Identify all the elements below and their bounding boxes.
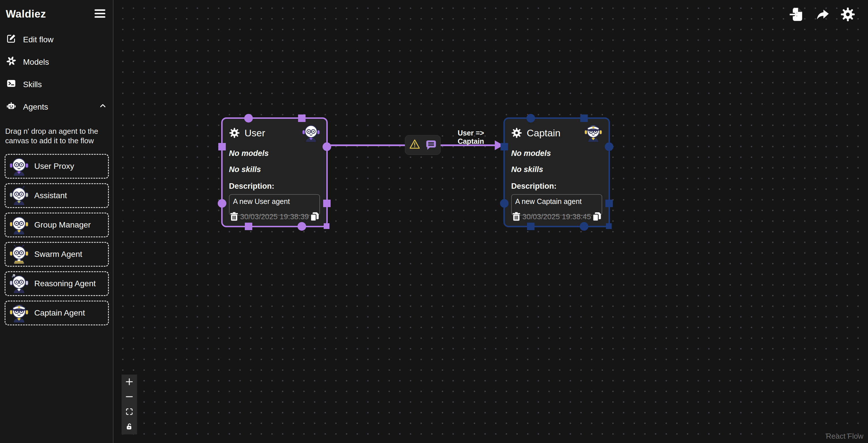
connection-handle[interactable] bbox=[580, 222, 588, 231]
flow-toolbar bbox=[790, 7, 855, 22]
zoom-in-button[interactable] bbox=[122, 375, 137, 389]
no-skills-text: No skills bbox=[229, 165, 320, 174]
import-flow-button[interactable] bbox=[790, 7, 805, 22]
agent-palette: User Proxy Assistant Group Manager Swarm… bbox=[5, 154, 109, 325]
reasoning-agent-avatar bbox=[9, 274, 29, 293]
flow-canvas[interactable]: User No models No skills Description: A … bbox=[114, 0, 868, 443]
delete-agent-button[interactable] bbox=[229, 211, 239, 222]
chat-icon bbox=[425, 147, 437, 152]
node-settings-button[interactable] bbox=[511, 128, 522, 138]
no-models-text: No models bbox=[511, 149, 602, 158]
fit-view-button[interactable] bbox=[122, 404, 137, 419]
sidebar-item-edit-flow[interactable]: Edit flow bbox=[6, 33, 108, 46]
palette-agent-label: Group Manager bbox=[34, 220, 91, 230]
captain-agent-avatar bbox=[9, 304, 29, 322]
trash-icon bbox=[511, 218, 522, 223]
waldiez-app: Waldiez Edit fl bbox=[0, 0, 868, 443]
import-flow-icon bbox=[790, 19, 805, 23]
plus-icon bbox=[125, 378, 133, 387]
sidebar: Waldiez Edit fl bbox=[0, 0, 114, 443]
agent-node-captain[interactable]: Captain No models No skills Description:… bbox=[503, 117, 610, 227]
connection-handle[interactable] bbox=[298, 114, 306, 122]
delete-agent-button[interactable] bbox=[511, 211, 522, 222]
connection-handle[interactable] bbox=[526, 114, 535, 123]
resize-handle[interactable] bbox=[606, 223, 612, 229]
copy-icon bbox=[592, 218, 602, 223]
description-label: Description: bbox=[229, 182, 320, 191]
sidebar-item-skills[interactable]: Skills bbox=[6, 78, 108, 91]
sidebar-nav: Edit flow bbox=[5, 33, 109, 113]
node-title: User bbox=[245, 128, 265, 139]
swarm-agent-avatar bbox=[9, 245, 29, 264]
unlock-icon bbox=[125, 422, 133, 432]
canvas-controls bbox=[122, 375, 137, 434]
sidebar-header: Waldiez bbox=[5, 7, 109, 21]
connection-handle[interactable] bbox=[527, 223, 534, 230]
palette-agent-label: User Proxy bbox=[34, 162, 74, 171]
captain-agent-avatar bbox=[584, 124, 602, 142]
edit-flow-icon bbox=[6, 34, 16, 45]
copy-icon bbox=[310, 218, 320, 223]
settings-button[interactable] bbox=[840, 7, 855, 22]
node-header: Captain bbox=[511, 124, 602, 142]
connection-handle[interactable] bbox=[500, 143, 508, 150]
node-title: Captain bbox=[527, 128, 560, 139]
assistant-avatar bbox=[9, 186, 29, 205]
models-icon bbox=[6, 56, 16, 68]
sidebar-item-models[interactable]: Models bbox=[6, 56, 108, 68]
palette-agent-reasoning[interactable]: Reasoning Agent bbox=[5, 271, 109, 296]
connection-handle[interactable] bbox=[605, 142, 613, 151]
trash-icon bbox=[229, 218, 239, 223]
connection-handle[interactable] bbox=[298, 222, 306, 231]
edge-chat-button[interactable] bbox=[425, 139, 437, 151]
sidebar-item-agents[interactable]: Agents bbox=[6, 100, 108, 113]
connection-handle[interactable] bbox=[218, 199, 226, 208]
agent-node-user[interactable]: User No models No skills Description: A … bbox=[221, 117, 328, 227]
minus-icon bbox=[125, 393, 133, 402]
export-flow-icon bbox=[815, 19, 830, 23]
node-timestamp: 30/03/2025 19:38:45 bbox=[522, 212, 591, 221]
node-timestamp: 30/03/2025 19:38:39 bbox=[240, 212, 309, 221]
user-proxy-avatar bbox=[9, 157, 29, 176]
connection-handle[interactable] bbox=[322, 142, 331, 151]
palette-agent-label: Reasoning Agent bbox=[34, 279, 96, 288]
models-label: Models bbox=[23, 58, 49, 67]
lock-toggle-button[interactable] bbox=[122, 419, 137, 434]
settings-icon bbox=[840, 19, 855, 23]
connection-handle[interactable] bbox=[244, 114, 253, 123]
connection-handle[interactable] bbox=[218, 143, 226, 150]
export-flow-button[interactable] bbox=[815, 7, 830, 22]
description-label: Description: bbox=[511, 182, 602, 191]
palette-agent-assistant[interactable]: Assistant bbox=[5, 183, 109, 208]
clone-agent-button[interactable] bbox=[310, 211, 320, 222]
skills-icon bbox=[6, 78, 16, 90]
drag-drop-hint: Drag n' drop an agent to the canvas to a… bbox=[5, 127, 108, 146]
clone-agent-button[interactable] bbox=[592, 211, 602, 222]
app-title: Waldiez bbox=[6, 8, 46, 20]
node-footer: 30/03/2025 19:38:39 bbox=[229, 211, 320, 222]
node-settings-button[interactable] bbox=[229, 128, 240, 138]
connection-handle[interactable] bbox=[323, 200, 331, 207]
palette-agent-label: Captain Agent bbox=[34, 308, 85, 317]
node-header: User bbox=[229, 124, 320, 142]
palette-agent-group-manager[interactable]: Group Manager bbox=[5, 213, 109, 237]
edge-toolbar bbox=[405, 135, 441, 155]
fit-view-icon bbox=[125, 408, 133, 416]
chevron-up-icon bbox=[98, 102, 107, 112]
connection-handle[interactable] bbox=[500, 199, 508, 208]
hamburger-icon bbox=[94, 15, 106, 19]
zoom-out-button[interactable] bbox=[122, 389, 137, 404]
connection-handle[interactable] bbox=[245, 223, 252, 230]
resize-handle[interactable] bbox=[324, 223, 330, 229]
react-flow-attribution[interactable]: React Flow bbox=[826, 432, 863, 441]
palette-agent-label: Assistant bbox=[34, 191, 67, 200]
connection-handle[interactable] bbox=[580, 114, 588, 122]
palette-agent-user-proxy[interactable]: User Proxy bbox=[5, 154, 109, 179]
no-skills-text: No skills bbox=[511, 165, 602, 174]
sidebar-toggle-button[interactable] bbox=[93, 7, 107, 21]
palette-agent-label: Swarm Agent bbox=[34, 250, 82, 259]
connection-handle[interactable] bbox=[606, 200, 613, 207]
palette-agent-swarm[interactable]: Swarm Agent bbox=[5, 242, 109, 267]
edge-label: User => Captain bbox=[445, 129, 497, 145]
palette-agent-captain[interactable]: Captain Agent bbox=[5, 301, 109, 325]
